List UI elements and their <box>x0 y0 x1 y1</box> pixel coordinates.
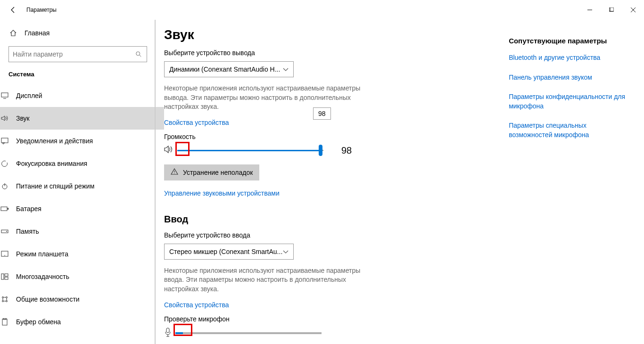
svg-rect-19 <box>5 274 8 276</box>
page-title: Звук <box>164 27 509 42</box>
output-device-select[interactable]: Динамики (Conexant SmartAudio H... <box>164 61 294 77</box>
output-props-link[interactable]: Свойства устройства <box>164 119 229 126</box>
svg-point-21 <box>2 297 4 298</box>
home-nav[interactable]: Главная <box>8 24 147 42</box>
clipboard-icon <box>0 318 9 326</box>
output-help-text: Некоторые приложения используют настраив… <box>164 84 362 112</box>
volume-icon[interactable] <box>164 145 173 156</box>
nav-label: Фокусировка внимания <box>16 160 87 167</box>
nav-sound[interactable]: Звук <box>0 107 164 130</box>
svg-point-5 <box>136 52 140 56</box>
nav-label: Буфер обмена <box>16 318 61 326</box>
search-icon <box>131 51 147 57</box>
output-device-value: Динамики (Conexant SmartAudio H... <box>169 66 283 73</box>
nav-display[interactable]: Дисплей <box>0 84 164 107</box>
back-button[interactable] <box>7 3 20 16</box>
titlebar: Параметры <box>0 0 644 20</box>
notifications-icon <box>0 138 9 144</box>
input-device-value: Стерео микшер (Conexant SmartAu... <box>169 248 283 255</box>
svg-rect-13 <box>8 208 8 210</box>
related-link-bluetooth[interactable]: Bluetooth и другие устройства <box>509 53 630 63</box>
svg-rect-20 <box>5 277 8 279</box>
nav-notifications[interactable]: Уведомления и действия <box>0 130 164 152</box>
mic-test-label: Проверьте микрофон <box>164 315 509 323</box>
nav-battery[interactable]: Батарея <box>0 197 164 220</box>
svg-rect-29 <box>2 319 7 325</box>
highlight-box <box>173 324 192 336</box>
svg-point-17 <box>4 255 5 256</box>
nav-storage[interactable]: Память <box>0 220 164 243</box>
input-section-title: Ввод <box>164 214 509 225</box>
tablet-icon <box>0 251 9 257</box>
svg-point-22 <box>6 297 8 298</box>
nav-label: Дисплей <box>16 92 42 99</box>
highlight-box <box>175 142 190 156</box>
category-label: Система <box>8 71 147 78</box>
related-link-sound-panel[interactable]: Панель управления звуком <box>509 73 630 82</box>
troubleshoot-label: Устранение неполадок <box>183 169 253 176</box>
nav-clipboard[interactable]: Буфер обмена <box>0 311 164 333</box>
volume-value: 98 <box>341 145 352 156</box>
main-content: Звук Выберите устройство вывода Динамики… <box>164 27 509 344</box>
svg-point-23 <box>2 301 4 302</box>
nav-label: Режим планшета <box>16 250 68 258</box>
nav-shared[interactable]: Общие возможности <box>0 288 164 311</box>
nav-focus[interactable]: Фокусировка внимания <box>0 152 164 175</box>
input-help-text: Некоторые приложения используют настраив… <box>164 266 362 294</box>
home-label: Главная <box>25 29 50 37</box>
warning-icon <box>171 168 178 176</box>
volume-label: Громкость <box>164 133 509 140</box>
nav-label: Общие возможности <box>16 295 80 303</box>
nav-label: Питание и спящий режим <box>16 182 94 190</box>
storage-icon <box>0 229 9 234</box>
window-title: Параметры <box>26 7 57 13</box>
svg-rect-7 <box>1 93 8 97</box>
svg-line-6 <box>140 55 141 57</box>
multitask-icon <box>0 273 9 280</box>
svg-rect-9 <box>1 138 8 143</box>
nav-label: Память <box>16 228 39 235</box>
mic-level-bar <box>175 332 322 334</box>
svg-point-24 <box>6 301 8 302</box>
search-input[interactable] <box>9 50 131 58</box>
nav-label: Батарея <box>16 205 41 213</box>
troubleshoot-button[interactable]: Устранение неполадок <box>164 164 259 180</box>
minimize-button[interactable] <box>579 3 601 17</box>
manage-devices-link[interactable]: Управление звуковыми устройствами <box>164 189 280 197</box>
volume-slider[interactable] <box>177 146 323 155</box>
shared-icon <box>0 295 9 303</box>
related-link-mic-privacy[interactable]: Параметры конфиденциальности для микрофо… <box>509 92 630 111</box>
nav-list: Дисплей Звук Уведомления и действия Фоку… <box>0 84 164 333</box>
svg-rect-33 <box>166 328 169 333</box>
nav-multitask[interactable]: Многозадачность <box>0 265 164 288</box>
related-title: Сопутствующие параметры <box>509 37 630 45</box>
maximize-button[interactable] <box>601 3 622 17</box>
related-link-mic-accessibility[interactable]: Параметры специальных возможностей микро… <box>509 121 630 139</box>
home-icon <box>8 29 18 37</box>
focus-icon <box>0 160 9 167</box>
volume-tooltip: 98 <box>313 107 331 120</box>
nav-tablet[interactable]: Режим планшета <box>0 243 164 265</box>
input-device-label: Выберите устройство ввода <box>164 231 509 239</box>
microphone-icon <box>164 328 172 339</box>
input-device-select[interactable]: Стерео микшер (Conexant SmartAu... <box>164 244 294 260</box>
display-icon <box>0 92 9 99</box>
svg-rect-12 <box>1 207 7 211</box>
sound-icon <box>0 115 9 122</box>
close-button[interactable] <box>622 3 644 17</box>
chevron-down-icon <box>283 65 289 74</box>
search-box[interactable] <box>8 46 147 62</box>
input-props-link[interactable]: Свойства устройства <box>164 301 229 309</box>
battery-icon <box>0 206 9 212</box>
related-settings: Сопутствующие параметры Bluetooth и друг… <box>509 27 630 344</box>
svg-rect-2 <box>610 8 614 11</box>
sidebar: Главная Система Дисплей Звук Уведомлени <box>0 20 156 344</box>
svg-rect-18 <box>1 274 4 279</box>
chevron-down-icon <box>283 247 289 256</box>
nav-label: Уведомления и действия <box>16 137 93 145</box>
nav-power[interactable]: Питание и спящий режим <box>0 175 164 197</box>
nav-label: Многозадачность <box>16 273 69 280</box>
output-device-label: Выберите устройство вывода <box>164 49 509 57</box>
nav-label: Звук <box>16 115 30 122</box>
svg-point-32 <box>174 173 174 174</box>
